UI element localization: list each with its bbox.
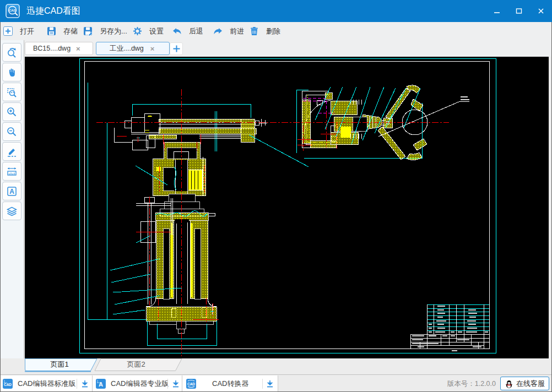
pan-button[interactable] bbox=[2, 63, 21, 81]
main-area: A bbox=[0, 57, 552, 358]
zoom-out-button[interactable] bbox=[2, 122, 21, 141]
text-annotation-button[interactable]: A bbox=[2, 182, 21, 200]
window-border-left bbox=[0, 22, 1, 392]
cad-drawing bbox=[25, 57, 549, 358]
doc-tab-bc15[interactable]: BC15....dwg × bbox=[25, 42, 93, 55]
status-bar: CAD CAD编辑器标准版 A CAD编辑器专业版 CAD CAD转换器 版本号… bbox=[0, 374, 552, 391]
save-as-label: 另存为... bbox=[100, 26, 127, 36]
cad-converter-icon: CAD bbox=[186, 378, 197, 389]
title-bar: CAD 迅捷CAD看图 bbox=[0, 0, 552, 22]
back-label: 后退 bbox=[189, 26, 203, 36]
page-tab-2-label[interactable]: 页面2 bbox=[127, 360, 145, 368]
maximize-button[interactable] bbox=[508, 0, 530, 22]
cad-editor-pro-icon: A bbox=[95, 378, 106, 389]
measure-pen-icon bbox=[6, 146, 18, 157]
measure-ruler-button[interactable] bbox=[2, 162, 21, 181]
close-icon bbox=[538, 8, 544, 14]
drawing-canvas[interactable] bbox=[25, 57, 552, 358]
maximize-icon bbox=[516, 8, 522, 14]
zoom-out-icon bbox=[6, 126, 18, 138]
joint-assembly bbox=[153, 142, 205, 216]
settings-button[interactable]: 设置 bbox=[132, 22, 164, 40]
delete-label: 删除 bbox=[266, 26, 280, 36]
new-tab-button[interactable] bbox=[170, 42, 183, 55]
svg-text:CAD: CAD bbox=[187, 382, 195, 386]
settings-gear-icon bbox=[132, 26, 143, 36]
online-support-button[interactable]: 在线客服 bbox=[500, 377, 549, 390]
save-as-button[interactable]: 另存为... bbox=[83, 22, 127, 40]
measure-ruler-icon bbox=[6, 166, 18, 177]
online-support-label: 在线客服 bbox=[516, 379, 545, 389]
zoom-previous-icon bbox=[6, 47, 18, 58]
title-block bbox=[410, 304, 489, 351]
download-converter-icon[interactable] bbox=[266, 379, 274, 388]
promo-cad-editor-pro[interactable]: A CAD编辑器专业版 bbox=[93, 375, 182, 391]
save-as-icon bbox=[83, 26, 93, 36]
toolbar: 打开 存储 另存为... 设置 后退 前进 删除 bbox=[0, 22, 552, 40]
cad-editor-pro-label: CAD编辑器专业版 bbox=[111, 379, 169, 389]
open-button[interactable]: 打开 bbox=[3, 22, 34, 40]
gripper-assembly bbox=[302, 85, 469, 160]
zoom-window-icon bbox=[6, 86, 18, 98]
tool-sidebar: A bbox=[0, 40, 24, 358]
layers-icon bbox=[6, 205, 18, 217]
svg-text:CAD: CAD bbox=[4, 383, 12, 386]
qq-penguin-icon bbox=[505, 379, 513, 388]
open-label: 打开 bbox=[20, 26, 34, 36]
zoom-in-icon bbox=[6, 106, 18, 118]
doc-tab-bc15-close-icon[interactable]: × bbox=[76, 45, 80, 53]
download-standard-icon[interactable] bbox=[80, 379, 89, 388]
cad-editor-standard-label: CAD编辑器标准版 bbox=[18, 379, 75, 389]
zoom-previous-button[interactable] bbox=[2, 43, 21, 62]
title-block-text-marks bbox=[412, 306, 488, 351]
layers-button[interactable] bbox=[2, 202, 21, 220]
svg-text:CAD: CAD bbox=[9, 9, 17, 12]
app-window: CAD 迅捷CAD看图 打开 存储 另存为... bbox=[0, 0, 552, 392]
save-button[interactable]: 存储 bbox=[46, 22, 78, 40]
delete-button[interactable]: 删除 bbox=[249, 22, 280, 40]
cad-editor-standard-icon: CAD bbox=[2, 378, 13, 389]
document-tab-bar: BC15....dwg × 工业....dwg × bbox=[25, 40, 552, 57]
delete-trash-icon bbox=[249, 26, 259, 36]
save-label: 存储 bbox=[63, 26, 78, 36]
close-button[interactable] bbox=[530, 0, 552, 22]
measure-pen-button[interactable] bbox=[2, 142, 21, 161]
page-tab-1-label[interactable]: 页面1 bbox=[50, 360, 68, 368]
doc-tab-gongye[interactable]: 工业....dwg × bbox=[96, 42, 170, 55]
text-annotation-icon: A bbox=[6, 186, 18, 197]
minimize-button[interactable] bbox=[486, 0, 508, 22]
svg-text:A: A bbox=[99, 381, 103, 388]
forward-button[interactable]: 前进 bbox=[213, 22, 244, 40]
cad-converter-label: CAD转换器 bbox=[212, 379, 248, 389]
zoom-window-button[interactable] bbox=[2, 83, 21, 101]
open-icon bbox=[3, 26, 13, 36]
pan-hand-icon bbox=[6, 67, 18, 78]
window-title: 迅捷CAD看图 bbox=[26, 6, 80, 17]
doc-tab-gongye-close-icon[interactable]: × bbox=[150, 45, 155, 53]
version-label: 版本号：1.2.0.0 bbox=[447, 379, 496, 389]
zoom-in-button[interactable] bbox=[2, 102, 21, 121]
forward-icon bbox=[213, 26, 223, 36]
back-icon bbox=[172, 26, 182, 36]
download-pro-icon[interactable] bbox=[171, 379, 180, 388]
save-icon bbox=[46, 26, 57, 36]
minimize-icon bbox=[494, 8, 500, 14]
forward-label: 前进 bbox=[230, 26, 244, 36]
svg-text:A: A bbox=[9, 188, 14, 195]
doc-tab-gongye-label: 工业....dwg bbox=[110, 44, 144, 53]
column-assembly bbox=[136, 197, 217, 333]
app-logo-icon: CAD bbox=[6, 4, 20, 18]
settings-label: 设置 bbox=[149, 26, 164, 36]
back-button[interactable]: 后退 bbox=[172, 22, 203, 40]
promo-cad-converter[interactable]: CAD CAD转换器 bbox=[182, 375, 278, 391]
new-tab-plus-icon bbox=[172, 45, 181, 53]
promo-cad-editor-standard[interactable]: CAD CAD编辑器标准版 bbox=[0, 375, 93, 391]
doc-tab-bc15-label: BC15....dwg bbox=[33, 45, 71, 52]
page-tab-bar: 页面1 页面2 bbox=[0, 358, 552, 374]
